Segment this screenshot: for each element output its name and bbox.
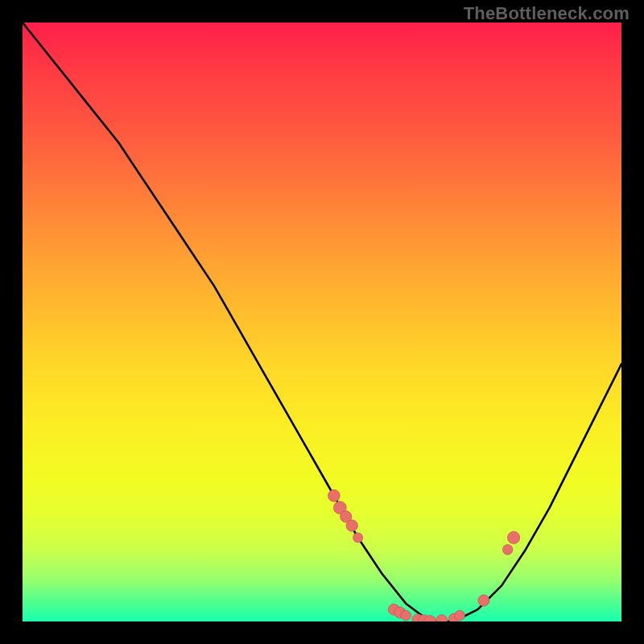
data-marker xyxy=(502,544,513,555)
data-marker xyxy=(507,531,519,543)
data-marker xyxy=(346,520,358,532)
marker-group xyxy=(328,489,519,621)
data-marker xyxy=(401,610,411,621)
chart-container: TheBottleneck.com xyxy=(0,0,644,644)
data-marker xyxy=(328,489,340,502)
plot-area xyxy=(23,23,621,621)
chart-svg xyxy=(23,23,621,621)
data-marker xyxy=(455,610,465,621)
data-marker xyxy=(478,595,489,606)
data-marker xyxy=(436,615,448,621)
data-marker xyxy=(353,533,363,543)
watermark-text: TheBottleneck.com xyxy=(464,3,630,24)
bottleneck-curve xyxy=(23,23,621,621)
